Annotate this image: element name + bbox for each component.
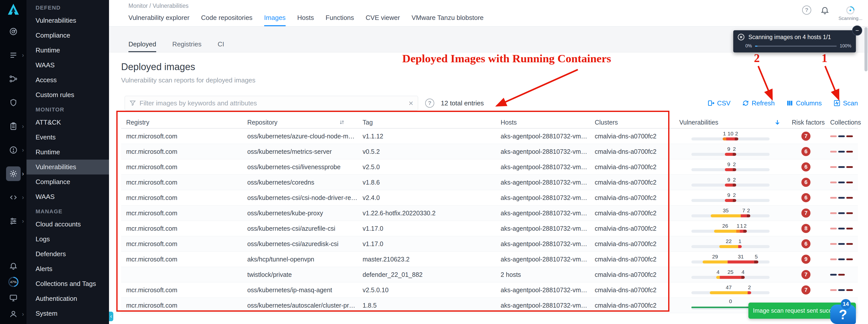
sidebar-item-runtime[interactable]: Runtime — [27, 43, 109, 58]
sidebar-item-authentication[interactable]: Authentication — [27, 291, 109, 306]
table-row[interactable]: mcr.microsoft.comoss/kubernetes/corednsv… — [121, 175, 858, 190]
table-row[interactable]: mcr.microsoft.comoss/kubernetes-csi/azur… — [121, 236, 858, 252]
sidebar-item-events[interactable]: Events — [27, 130, 109, 145]
risk-factor-badge[interactable]: 6 — [801, 178, 810, 187]
progress-ring[interactable]: 47% — [0, 276, 27, 288]
risk-factor-badge[interactable]: 6 — [801, 147, 810, 156]
table-row[interactable]: mcr.microsoft.comoss/kubernetes/azure-cl… — [121, 129, 858, 144]
csv-button[interactable]: CSV — [708, 99, 731, 107]
help-circle-icon[interactable]: ? — [802, 5, 811, 14]
list-icon[interactable]: › — [0, 43, 27, 67]
table-row[interactable]: twistlock/privatedefender_22_01_8822 hos… — [121, 267, 858, 282]
risk-factor-badge[interactable]: 6 — [801, 239, 810, 248]
col-header-vulnerabilities[interactable]: Vulnerabilities — [674, 119, 787, 126]
col-header-clusters[interactable]: Clusters — [590, 119, 674, 126]
alert-icon[interactable]: › — [0, 138, 27, 162]
tab-functions[interactable]: Functions — [326, 14, 354, 26]
collection-dash — [830, 151, 837, 153]
sort-desc-icon[interactable] — [774, 119, 781, 126]
compute-gear-icon[interactable]: › — [0, 162, 27, 186]
cell-tag: v1.1.12 — [358, 133, 496, 140]
sidebar-item-waas[interactable]: WAAS — [27, 189, 109, 204]
col-header-collections[interactable]: Collections — [825, 119, 858, 126]
risk-factor-badge[interactable]: 8 — [801, 224, 810, 233]
table-row[interactable]: mcr.microsoft.comoss/kubernetes-csi/live… — [121, 159, 858, 175]
sidebar-item-compliance[interactable]: Compliance — [27, 28, 109, 43]
bell-icon[interactable] — [0, 259, 27, 272]
sidebar-item-defenders[interactable]: Defenders — [27, 247, 109, 261]
cell-repository: oss/kubernetes/metrics-server — [242, 148, 358, 155]
tab-hosts[interactable]: Hosts — [297, 14, 314, 26]
table-row[interactable]: mcr.microsoft.comoss/kubernetes-csi/azur… — [121, 221, 858, 236]
sidebar-item-logs[interactable]: Logs — [27, 232, 109, 247]
table-row[interactable]: mcr.microsoft.comoss/kubernetes/metrics-… — [121, 144, 858, 159]
cell-collections — [825, 258, 858, 260]
clear-x-icon[interactable]: × — [408, 99, 413, 107]
filter-input[interactable] — [140, 99, 405, 107]
col-header-repository[interactable]: Repository — [242, 119, 358, 126]
tab-vulnerability-explorer[interactable]: Vulnerability explorer — [128, 14, 189, 26]
sidebar-item-waas[interactable]: WAAS — [27, 58, 109, 73]
col-header-hosts[interactable]: Hosts — [496, 119, 590, 126]
cancel-scan-icon[interactable] — [737, 33, 745, 41]
sidebar-item-compliance[interactable]: Compliance — [27, 174, 109, 189]
sort-both-icon[interactable] — [339, 119, 345, 125]
risk-factor-badge[interactable]: 7 — [801, 270, 810, 279]
tab-code-repositories[interactable]: Code repositories — [201, 14, 253, 26]
sidebar-collapse-handle[interactable]: ‹ — [109, 312, 113, 321]
sliders-icon[interactable]: › — [0, 209, 27, 233]
sidebar-item-vulnerabilities[interactable]: Vulnerabilities — [27, 13, 109, 28]
table-row[interactable]: mcr.microsoft.comoss/kubernetes-csi/csi-… — [121, 190, 858, 205]
vertical-scrollbar-thumb[interactable] — [865, 27, 868, 71]
monitor-icon[interactable] — [0, 292, 27, 304]
sidebar-item-access[interactable]: Access — [27, 73, 109, 88]
scanning-status[interactable]: Scanning... — [838, 5, 863, 21]
csv-export-icon — [708, 100, 715, 107]
columns-button[interactable]: Columns — [786, 99, 822, 107]
table-row[interactable]: mcr.microsoft.comaks/hcp/tunnel-openvpnm… — [121, 252, 858, 267]
risk-factor-badge[interactable]: 6 — [801, 162, 810, 171]
user-icon[interactable]: › — [0, 308, 27, 321]
subtab-ci[interactable]: CI — [217, 40, 224, 52]
table-row[interactable]: mcr.microsoft.comoss/kubernetes/kube-pro… — [121, 205, 858, 221]
tab-images[interactable]: Images — [264, 14, 286, 26]
breadcrumb-vulnerabilities[interactable]: Vulnerabilities — [153, 2, 188, 9]
sidebar-item-cloud-accounts[interactable]: Cloud accounts — [27, 217, 109, 232]
filter-help-icon[interactable]: ? — [425, 99, 434, 108]
code-icon[interactable]: › — [0, 186, 27, 209]
sidebar-item-vulnerabilities[interactable]: Vulnerabilities — [27, 160, 109, 174]
risk-factor-badge[interactable]: 7 — [801, 285, 810, 294]
sidebar-item-runtime[interactable]: Runtime — [27, 145, 109, 160]
sidebar-item-collections-and-tags[interactable]: Collections and Tags — [27, 277, 109, 291]
col-header-registry[interactable]: Registry — [121, 119, 242, 126]
sidebar-item-system[interactable]: System — [27, 306, 109, 321]
subtab-registries[interactable]: Registries — [172, 40, 202, 52]
notification-count-badge: 14 — [841, 299, 851, 309]
risk-factor-badge[interactable]: 9 — [801, 255, 810, 264]
subtab-deployed[interactable]: Deployed — [128, 40, 156, 52]
sidebar-item-alerts[interactable]: Alerts — [27, 261, 109, 277]
breadcrumb-monitor[interactable]: Monitor — [128, 2, 148, 9]
prisma-cloud-logo[interactable] — [0, 0, 27, 20]
bell-icon[interactable] — [820, 5, 829, 14]
clipboard-icon[interactable]: › — [0, 115, 27, 138]
filter-box[interactable]: × — [125, 96, 418, 110]
vulnerability-count: 31 — [738, 254, 744, 260]
pipeline-icon[interactable] — [0, 67, 27, 91]
table-row[interactable]: mcr.microsoft.comoss/kubernetes/ip-masq-… — [121, 282, 858, 298]
col-header-risk-factors[interactable]: Risk factors — [787, 119, 825, 126]
risk-factor-badge[interactable]: 7 — [801, 208, 810, 218]
tab-cve-viewer[interactable]: CVE viewer — [366, 14, 400, 26]
risk-factor-badge[interactable]: 7 — [801, 132, 810, 141]
refresh-button[interactable]: Refresh — [742, 99, 775, 107]
sidebar-item-custom-rules[interactable]: Custom rules — [27, 88, 109, 102]
radar-icon[interactable] — [0, 20, 27, 43]
table-row[interactable]: mcr.microsoft.comoss/kubernetes/autoscal… — [121, 298, 858, 313]
collapse-toast-button[interactable]: − — [852, 26, 862, 36]
scan-button[interactable]: Scan — [833, 99, 858, 107]
tab-vmware-tanzu-blobstore[interactable]: VMware Tanzu blobstore — [411, 14, 484, 26]
sidebar-item-att-ck[interactable]: ATT&CK — [27, 115, 109, 130]
shield-icon[interactable] — [0, 91, 27, 115]
col-header-tag[interactable]: Tag — [358, 119, 496, 126]
risk-factor-badge[interactable]: 6 — [801, 193, 810, 202]
